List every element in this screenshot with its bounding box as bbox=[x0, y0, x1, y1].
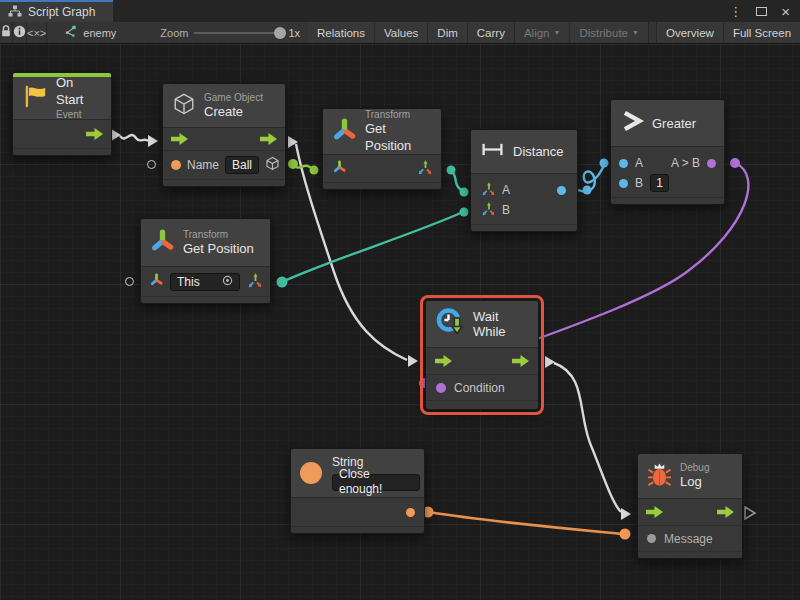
inspect-button[interactable] bbox=[13, 22, 27, 43]
zoom-slider[interactable] bbox=[194, 32, 282, 34]
flow-output-port[interactable] bbox=[260, 133, 277, 145]
graph-hierarchy-icon bbox=[8, 5, 22, 20]
wire-onstart-to-create bbox=[120, 135, 148, 141]
dropdown-caret-icon: ▼ bbox=[632, 29, 639, 36]
flow-input-port[interactable] bbox=[646, 506, 663, 518]
node-category: Transform bbox=[365, 108, 432, 121]
lock-button[interactable] bbox=[0, 22, 13, 43]
bug-icon bbox=[647, 461, 672, 492]
code-view-button[interactable]: <×> bbox=[27, 22, 47, 43]
node-greater[interactable]: Greater A A > B B 1 bbox=[610, 99, 725, 205]
name-value-field[interactable]: Ball bbox=[225, 156, 259, 174]
port-label: A bbox=[635, 156, 643, 170]
zoom-slider-handle[interactable] bbox=[274, 27, 286, 39]
node-debug-log[interactable]: Debug Log Message bbox=[637, 453, 743, 559]
port-label: A bbox=[502, 183, 510, 197]
node-title: Greater bbox=[652, 116, 696, 131]
boolean-output-port[interactable] bbox=[707, 159, 716, 168]
empty-port-indicator[interactable] bbox=[125, 277, 134, 286]
node-get-position-b[interactable]: Transform Get Position This bbox=[140, 218, 271, 304]
flow-in-cap-waitwhile bbox=[408, 355, 418, 367]
flow-input-port[interactable] bbox=[171, 133, 188, 145]
wire-getposition-b-to-distance-b bbox=[282, 212, 463, 282]
node-title: Create bbox=[204, 104, 263, 121]
window-menu-icon[interactable]: ⋮ bbox=[729, 4, 742, 19]
number-output-port[interactable] bbox=[557, 186, 566, 195]
flow-out-cap-waitwhile bbox=[545, 356, 555, 368]
zoom-label: Zoom bbox=[160, 27, 188, 39]
vector3-input-port-b[interactable] bbox=[480, 201, 495, 220]
wire-string-to-message bbox=[428, 512, 623, 534]
node-title: Log bbox=[680, 474, 709, 491]
toolbar: <×> enemy Zoom 1x Relations Values Dim C… bbox=[0, 22, 800, 44]
gameobject-type-icon bbox=[265, 156, 280, 175]
toolbar-button-relations[interactable]: Relations bbox=[308, 22, 375, 43]
flow-output-port[interactable] bbox=[717, 506, 734, 518]
b-value-field[interactable]: 1 bbox=[650, 174, 669, 192]
node-title: Get Position bbox=[183, 241, 254, 258]
vector3-output-port[interactable] bbox=[246, 272, 262, 292]
toolbar-button-values[interactable]: Values bbox=[375, 22, 428, 43]
node-category: Transform bbox=[183, 228, 254, 241]
lock-icon bbox=[0, 24, 12, 42]
toolbar-button-carry[interactable]: Carry bbox=[468, 22, 515, 43]
window-maximize-icon[interactable] bbox=[756, 7, 767, 16]
target-value-field[interactable]: This bbox=[170, 273, 240, 291]
distance-icon bbox=[480, 142, 505, 161]
node-distance[interactable]: Distance A B bbox=[470, 129, 578, 232]
transform-input-port[interactable] bbox=[332, 159, 347, 178]
toolbar-button-distribute[interactable]: Distribute▼ bbox=[570, 22, 649, 43]
node-title: Wait While bbox=[473, 309, 529, 339]
node-title: On Start bbox=[56, 75, 102, 109]
node-category: Game Object bbox=[204, 91, 263, 104]
number-input-port-a[interactable] bbox=[619, 159, 628, 168]
node-wait-while[interactable]: Wait While Condition bbox=[425, 300, 539, 410]
string-icon bbox=[300, 462, 322, 484]
boolean-input-port[interactable] bbox=[436, 383, 446, 393]
node-get-position-a[interactable]: Transform Get Position bbox=[322, 108, 442, 190]
flow-in-cap-create bbox=[148, 135, 158, 147]
port-label: B bbox=[635, 176, 643, 190]
tab-script-graph[interactable]: Script Graph bbox=[0, 0, 113, 22]
string-output-port[interactable] bbox=[406, 508, 415, 517]
vector3-input-port-a[interactable] bbox=[480, 181, 495, 200]
zoom-control: Zoom 1x bbox=[152, 22, 308, 43]
flow-output-port[interactable] bbox=[512, 355, 529, 367]
string-input-port[interactable] bbox=[171, 160, 181, 170]
tab-title: Script Graph bbox=[28, 5, 95, 19]
toolbar-button-dim[interactable]: Dim bbox=[428, 22, 467, 43]
port-label: Name bbox=[187, 158, 219, 172]
port-label: Condition bbox=[454, 381, 505, 395]
node-create-gameobject[interactable]: Game Object Create Name Ball bbox=[162, 83, 286, 187]
info-icon bbox=[13, 24, 26, 42]
window-close-icon[interactable]: × bbox=[781, 4, 790, 19]
flow-input-port[interactable] bbox=[435, 355, 452, 367]
dropdown-caret-icon: ▼ bbox=[553, 29, 560, 36]
graph-name: enemy bbox=[83, 27, 116, 39]
toolbar-button-align[interactable]: Align▼ bbox=[515, 22, 571, 43]
toolbar-button-fullscreen[interactable]: Full Screen bbox=[724, 22, 800, 43]
node-subtitle: Event bbox=[56, 108, 102, 121]
toolbar-button-overview[interactable]: Overview bbox=[656, 22, 724, 43]
transform-icon bbox=[150, 228, 175, 257]
node-on-start[interactable]: On Start Event bbox=[12, 72, 112, 156]
graph-pointer-icon bbox=[63, 25, 77, 40]
empty-port-indicator[interactable] bbox=[147, 160, 156, 169]
string-value-field[interactable]: Close enough! bbox=[332, 474, 420, 491]
object-picker-icon[interactable] bbox=[222, 275, 233, 289]
graph-breadcrumb[interactable]: enemy bbox=[55, 22, 124, 43]
vector3-output-port[interactable] bbox=[416, 159, 432, 179]
node-string-literal[interactable]: String Close enough! bbox=[290, 448, 425, 534]
output-label: A > B bbox=[671, 156, 700, 170]
cube-icon bbox=[172, 92, 196, 120]
graph-canvas[interactable]: On Start Event Game Object Create Name bbox=[0, 44, 800, 600]
port-label: B bbox=[502, 203, 510, 217]
number-input-port-b[interactable] bbox=[619, 179, 628, 188]
flow-output-port[interactable] bbox=[86, 128, 103, 140]
wait-clock-icon bbox=[435, 307, 465, 341]
message-input-port[interactable] bbox=[647, 534, 656, 543]
greater-than-icon bbox=[620, 109, 644, 137]
transform-input-port[interactable] bbox=[149, 272, 164, 291]
node-title: Distance bbox=[513, 144, 564, 159]
flag-icon bbox=[22, 83, 48, 113]
